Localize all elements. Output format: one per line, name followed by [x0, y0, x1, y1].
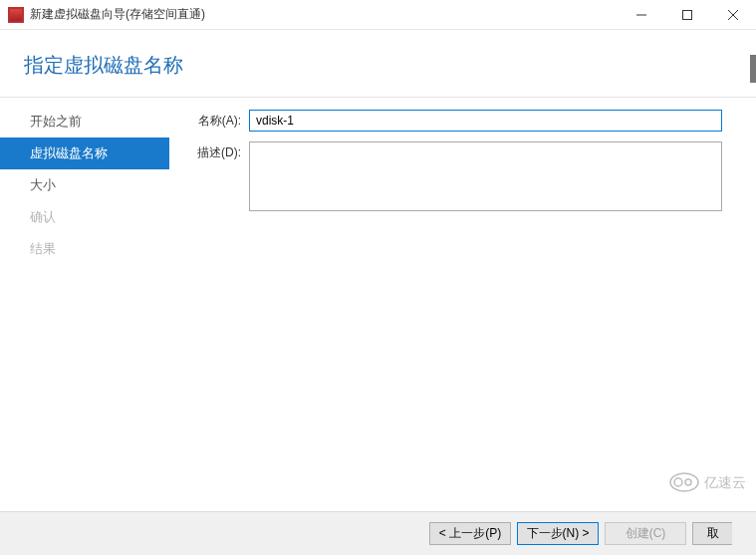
step-result: 结果: [0, 233, 169, 265]
minimize-button[interactable]: [619, 0, 664, 29]
window-title: 新建虚拟磁盘向导(存储空间直通): [30, 6, 619, 23]
step-confirm: 确认: [0, 201, 169, 233]
maximize-button[interactable]: [664, 0, 710, 29]
header: 指定虚拟磁盘名称: [0, 30, 756, 98]
scrollbar-hint: [750, 55, 756, 83]
name-input[interactable]: [249, 110, 722, 132]
step-size[interactable]: 大小: [0, 169, 169, 201]
previous-button[interactable]: < 上一步(P): [429, 522, 511, 545]
form-area: 名称(A): 描述(D):: [169, 98, 756, 511]
app-icon: [8, 7, 24, 23]
description-label: 描述(D):: [169, 141, 249, 211]
cancel-button[interactable]: 取: [692, 522, 732, 545]
page-title: 指定虚拟磁盘名称: [24, 52, 756, 79]
svg-rect-0: [683, 10, 692, 19]
create-button: 创建(C): [605, 522, 686, 545]
close-button[interactable]: [710, 0, 756, 29]
titlebar: 新建虚拟磁盘向导(存储空间直通): [0, 0, 756, 30]
name-label: 名称(A):: [169, 110, 249, 132]
wizard-steps-sidebar: 开始之前 虚拟磁盘名称 大小 确认 结果: [0, 98, 169, 511]
description-input[interactable]: [249, 141, 722, 211]
wizard-footer: < 上一步(P) 下一步(N) > 创建(C) 取: [0, 511, 756, 555]
next-button[interactable]: 下一步(N) >: [517, 522, 599, 545]
window-controls: [619, 0, 756, 29]
step-vdisk-name[interactable]: 虚拟磁盘名称: [0, 138, 169, 169]
step-before-begin[interactable]: 开始之前: [0, 106, 169, 138]
